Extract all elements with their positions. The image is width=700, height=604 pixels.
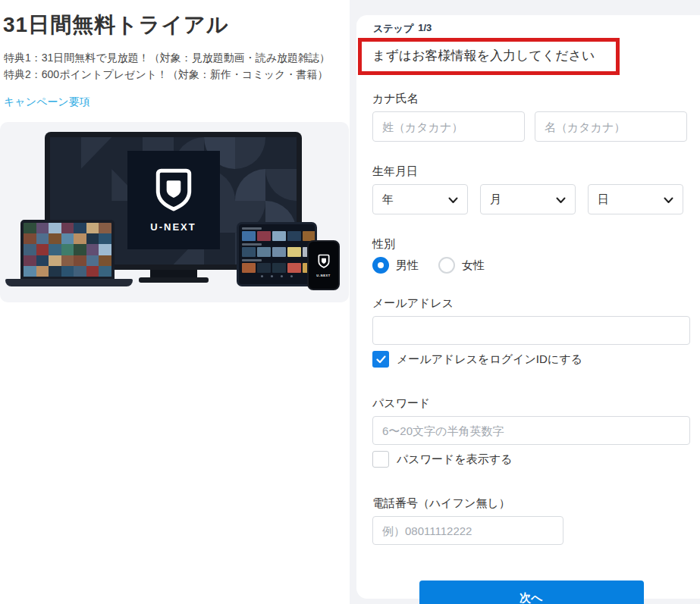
dob-day-value: 日	[598, 192, 609, 207]
email-input[interactable]	[372, 316, 690, 345]
form-heading: まずはお客様情報を入力してください	[372, 47, 610, 64]
email-login-id-checkbox[interactable]	[372, 351, 389, 368]
dob-month-select[interactable]: 月	[480, 184, 576, 214]
password-input[interactable]	[372, 416, 690, 445]
chevron-down-icon	[664, 193, 673, 206]
show-password-label: パスワードを表示する	[397, 452, 512, 467]
dob-month-value: 月	[490, 192, 501, 207]
gender-male-label: 男性	[396, 258, 419, 273]
dob-label: 生年月日	[372, 164, 690, 179]
step-value: 1/3	[418, 22, 432, 36]
tv-logo-panel: U-NEXT	[127, 151, 220, 249]
tablet-device	[237, 222, 317, 286]
show-password-row: パスワードを表示する	[372, 451, 690, 468]
laptop-base	[5, 279, 133, 286]
radio-icon[interactable]	[438, 257, 455, 274]
campaign-terms-link[interactable]: キャンペーン要項	[4, 95, 90, 109]
gender-radio-group: 男性 女性	[372, 257, 690, 274]
promo-panel: 31日間無料トライアル 特典1：31日間無料で見放題！（対象：見放題動画・読み放…	[0, 0, 350, 604]
email-login-id-label: メールアドレスをログインIDにする	[397, 352, 582, 367]
gender-male-radio[interactable]: 男性	[372, 257, 419, 274]
tv-brand-text: U-NEXT	[150, 221, 196, 233]
first-name-kana-input[interactable]	[535, 111, 687, 142]
annotation-highlight: まずはお客様情報を入力してください	[358, 38, 620, 75]
dob-year-value: 年	[382, 192, 394, 207]
gender-label: 性別	[372, 237, 690, 252]
laptop-screen	[20, 220, 115, 280]
phone-label: 電話番号（ハイフン無し）	[372, 496, 690, 511]
tv-stand-base	[139, 277, 209, 283]
unext-logo-icon	[155, 167, 193, 214]
kana-name-label: カナ氏名	[372, 92, 690, 106]
email-label: メールアドレス	[372, 296, 690, 311]
step-label: ステップ	[373, 22, 413, 36]
phone-device: U-NEXT	[307, 240, 340, 290]
last-name-kana-input[interactable]	[372, 111, 525, 142]
gender-female-radio[interactable]: 女性	[438, 257, 485, 274]
dob-day-select[interactable]: 日	[588, 184, 683, 214]
signup-form-card: ステップ 1/3 まずはお客様情報を入力してください カナ氏名 生年月日 年 月…	[356, 15, 700, 599]
radio-icon[interactable]	[372, 257, 389, 274]
show-password-checkbox[interactable]	[372, 451, 389, 468]
phone-brand-text: U-NEXT	[316, 274, 331, 277]
benefits-text: 特典1：31日間無料で見放題！（対象：見放題動画・読み放題雑誌） 特典2：600…	[4, 49, 350, 83]
chevron-down-icon	[556, 193, 566, 206]
gender-female-label: 女性	[462, 258, 485, 273]
benefit-line-1: 特典1：31日間無料で見放題！（対象：見放題動画・読み放題雑誌）	[4, 49, 350, 66]
password-label: パスワード	[372, 396, 690, 411]
promo-image: U-NEXT U-NEXT	[0, 122, 349, 302]
next-button[interactable]: 次へ	[419, 581, 644, 604]
check-icon	[376, 355, 386, 364]
phone-logo-icon	[318, 254, 330, 271]
phone-number-input[interactable]	[372, 516, 563, 545]
page-title: 31日間無料トライアル	[3, 11, 350, 39]
email-login-id-row: メールアドレスをログインIDにする	[372, 351, 690, 368]
dob-year-select[interactable]: 年	[372, 184, 468, 214]
chevron-down-icon	[448, 193, 458, 206]
benefit-line-2: 特典2：600ポイントプレゼント！（対象：新作・コミック・書籍）	[4, 66, 350, 83]
step-indicator: ステップ 1/3	[373, 22, 690, 36]
